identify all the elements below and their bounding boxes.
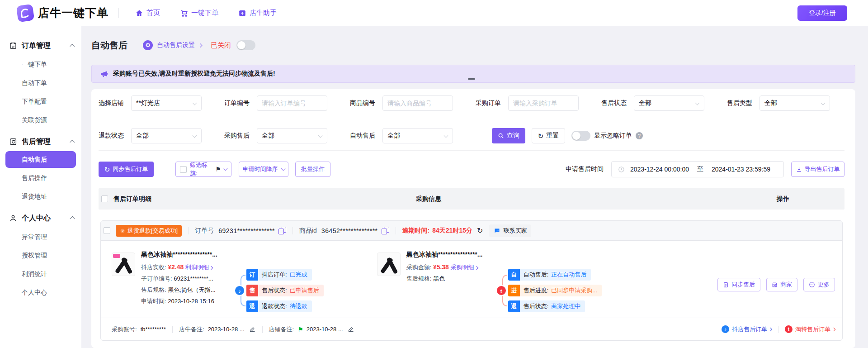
tag-value: 已申请售后: [290, 286, 319, 295]
reset-button[interactable]: ↻ 重置: [532, 128, 565, 143]
order-no-input[interactable]: [262, 100, 322, 107]
sidebar-item-aftersale-ops[interactable]: 售后操作: [0, 169, 81, 187]
contact-buyer-button[interactable]: 联系买家: [489, 224, 531, 237]
show-ignored-group: 显示忽略订单 ?: [571, 131, 643, 141]
product-image-right[interactable]: [377, 253, 401, 276]
export-aftersale-orders-button[interactable]: 导出售后订单: [791, 162, 844, 177]
sidebar-item-one-click-order[interactable]: 一键下单: [0, 55, 81, 74]
sync-aftersale-button[interactable]: 同步售后: [717, 278, 760, 291]
date-range-picker[interactable]: 2023-12-24 00:00:00 至 2024-01-23 23:59:5…: [611, 161, 784, 177]
nav-item-label: 店牛助手: [250, 9, 277, 17]
filter-label: 售后类型: [727, 99, 760, 107]
sidebar-item-order-config[interactable]: 下单配置: [0, 92, 81, 111]
sidebar-item-exception-management[interactable]: 异常管理: [0, 228, 81, 246]
logo[interactable]: 店牛一键下单: [17, 5, 108, 21]
refresh-icon[interactable]: ↻: [477, 226, 483, 235]
banner-indicator-dash: [468, 78, 475, 80]
refund-status-select[interactable]: 全部: [131, 128, 202, 143]
order-no-input-wrap: [257, 95, 327, 111]
copy-icon[interactable]: [382, 227, 389, 234]
auto-aftersale-toggle[interactable]: [236, 40, 255, 50]
nav-item-label: 首页: [146, 9, 160, 17]
sidebar-group-order-management[interactable]: 订单管理: [0, 39, 81, 52]
sidebar-group-personal-center[interactable]: 个人中心: [0, 211, 81, 225]
flag-filter-label: 筛选标旗:: [190, 161, 212, 177]
tag-value: 待退款: [290, 302, 307, 310]
more-button[interactable]: 更多: [803, 278, 835, 291]
tag-icon: 订: [246, 269, 258, 281]
purchase-order-input[interactable]: [513, 100, 574, 107]
sidebar-item-linked-supply[interactable]: 关联货源: [0, 111, 81, 129]
nav-item-home[interactable]: 首页: [135, 9, 160, 17]
shop-icon: [772, 282, 778, 288]
purchase-aftersale-select[interactable]: 全部: [257, 128, 327, 143]
sidebar-item-auto-order[interactable]: 自动下单: [0, 74, 81, 92]
edit-icon[interactable]: [249, 326, 256, 333]
filter-label: 订单编号: [224, 99, 257, 107]
order-checkbox[interactable]: [104, 227, 110, 234]
product-no-input[interactable]: [387, 100, 448, 107]
sidebar-group-label: 售后管理: [22, 137, 66, 147]
nav-item-assistant[interactable]: 店牛助手: [238, 9, 277, 17]
purchase-detail-link[interactable]: 采购明细: [451, 264, 474, 271]
amount-label: 采购金额:: [406, 264, 432, 271]
tag-label: 售后状态:: [262, 286, 287, 295]
sidebar-item-auto-aftersale[interactable]: 自动售后: [5, 151, 76, 168]
chevron-up-icon: [70, 44, 75, 49]
sort-order-button[interactable]: 申请时间降序: [239, 162, 288, 177]
auto-aftersale-settings-link[interactable]: 自动售后设置: [157, 41, 195, 49]
sidebar-item-personal-center[interactable]: 个人中心: [0, 283, 81, 302]
sidebar-group-aftersale-management[interactable]: 售后管理: [0, 135, 81, 148]
apply-time-label: 申请售后时间: [566, 165, 604, 173]
batch-actions-button[interactable]: 批量操作: [295, 162, 330, 177]
chevron-down-icon: [281, 167, 285, 171]
left-product-info: 黑色冰袖袖****************... 抖店实收: ¥2.48 利润明…: [141, 251, 231, 309]
filter-label: 退款状态: [99, 132, 131, 140]
filter-purchase-aftersale: 采购售后 全部: [224, 128, 350, 143]
aftersale-status-select[interactable]: 全部: [634, 95, 704, 111]
purchase-account-value: tb*********: [141, 326, 166, 333]
document-icon: [723, 282, 729, 288]
show-ignored-toggle[interactable]: [571, 131, 590, 141]
edit-icon[interactable]: [348, 326, 354, 333]
order-row-footer: 采购账号: tb********* 店牛备注: 2023-10-28 ... 店…: [101, 318, 842, 340]
merchant-button[interactable]: 商家: [766, 278, 797, 291]
login-register-button[interactable]: 登录/注册: [797, 5, 847, 21]
gear-icon[interactable]: ⚙: [143, 40, 153, 50]
sync-aftersale-orders-button[interactable]: ↻ 同步售后订单: [99, 162, 154, 177]
sidebar-item-return-address[interactable]: 退货地址: [0, 187, 81, 206]
sidebar-item-profit-stats[interactable]: 利润统计: [0, 265, 81, 283]
flag-filter-checkbox[interactable]: [180, 166, 187, 173]
taote-aftersale-order-link[interactable]: 淘特售后订单: [795, 325, 835, 334]
filter-auto-aftersale: 自动售后 全部: [350, 128, 476, 143]
auto-aftersale-select[interactable]: 全部: [382, 128, 453, 143]
copy-icon[interactable]: [278, 227, 286, 234]
order-status-badge: 退货退款[交易成功]: [116, 225, 182, 237]
select-value: 全部: [387, 132, 400, 140]
profit-detail-link[interactable]: 利润明细: [185, 264, 209, 271]
product-image-left[interactable]: [112, 253, 135, 276]
nav-item-one-click-order[interactable]: 一键下单: [180, 9, 218, 17]
return-refund-icon: [120, 228, 125, 234]
select-all-checkbox[interactable]: [101, 195, 108, 202]
query-button[interactable]: 查询: [492, 128, 525, 143]
home-icon: [135, 9, 143, 17]
chevron-up-icon: [70, 216, 75, 221]
chevron-up-icon: [70, 140, 75, 145]
status-tag: 自 自动售后:正在自动售后: [508, 269, 602, 281]
income-row: 抖店实收: ¥2.48 利润明细: [141, 263, 231, 272]
status-tag: 退 售后状态:商家处理中: [508, 300, 602, 312]
sync-aftersale-label: 同步售后: [731, 281, 755, 289]
chevron-right-icon: [198, 43, 203, 48]
sidebar-item-authorization[interactable]: 授权管理: [0, 246, 81, 265]
dianniu-note-value: 2023-10-28 ...: [208, 326, 245, 333]
filter-label: 采购售后: [224, 132, 257, 140]
list-toolbar: ↻ 同步售后订单 筛选标旗: ⚑ 申请时间降序 批量操作 申请售后时间: [99, 161, 844, 177]
shop-select[interactable]: **灯光店: [131, 95, 202, 111]
flag-filter-control[interactable]: 筛选标旗: ⚑: [175, 162, 231, 177]
filter-purchase-order: 采购订单: [476, 95, 601, 111]
overdue-label: 逾期时间:: [402, 227, 430, 235]
aftersale-type-select[interactable]: 全部: [760, 95, 830, 111]
douyin-aftersale-order-link[interactable]: 抖店售后订单: [732, 325, 772, 334]
help-icon[interactable]: ?: [636, 132, 643, 139]
